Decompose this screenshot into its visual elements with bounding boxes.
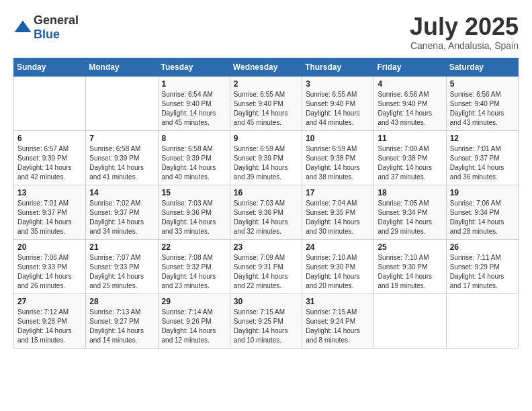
table-row: 5Sunrise: 6:56 AMSunset: 9:40 PMDaylight… (446, 76, 518, 130)
page-header: General Blue July 2025 Canena, Andalusia… (13, 13, 519, 51)
day-number: 14 (89, 188, 154, 197)
day-info: Sunrise: 7:08 AMSunset: 9:32 PMDaylight:… (162, 254, 216, 289)
day-info: Sunrise: 7:02 AMSunset: 9:37 PMDaylight:… (89, 199, 144, 235)
day-number: 17 (306, 188, 370, 197)
table-row (374, 293, 446, 348)
day-number: 31 (306, 297, 370, 306)
table-row: 13Sunrise: 7:01 AMSunset: 9:37 PMDayligh… (14, 185, 86, 239)
day-info: Sunrise: 7:01 AMSunset: 9:37 PMDaylight:… (17, 199, 72, 235)
calendar-table: Sunday Monday Tuesday Wednesday Thursday… (13, 58, 519, 349)
table-row: 8Sunrise: 6:58 AMSunset: 9:39 PMDaylight… (158, 130, 230, 185)
header-tuesday: Tuesday (158, 58, 230, 76)
day-info: Sunrise: 7:11 AMSunset: 9:29 PMDaylight:… (450, 254, 504, 289)
table-row: 29Sunrise: 7:14 AMSunset: 9:26 PMDayligh… (158, 293, 230, 348)
logo-blue: Blue (34, 28, 60, 41)
day-number: 25 (378, 242, 442, 252)
day-info: Sunrise: 6:55 AMSunset: 9:40 PMDaylight:… (234, 91, 288, 126)
table-row: 28Sunrise: 7:13 AMSunset: 9:27 PMDayligh… (86, 293, 158, 348)
day-number: 6 (17, 134, 82, 143)
day-info: Sunrise: 6:56 AMSunset: 9:40 PMDaylight:… (450, 91, 504, 126)
day-number: 12 (450, 134, 515, 143)
table-row: 27Sunrise: 7:12 AMSunset: 9:28 PMDayligh… (14, 293, 86, 348)
day-number: 15 (162, 188, 226, 197)
day-info: Sunrise: 7:03 AMSunset: 9:36 PMDaylight:… (234, 199, 288, 235)
table-row: 16Sunrise: 7:03 AMSunset: 9:36 PMDayligh… (230, 185, 302, 239)
day-number: 21 (89, 242, 154, 252)
day-info: Sunrise: 7:13 AMSunset: 9:27 PMDaylight:… (89, 308, 144, 344)
calendar-week-row: 1Sunrise: 6:54 AMSunset: 9:40 PMDaylight… (14, 76, 519, 130)
day-number: 4 (378, 79, 442, 89)
day-number: 8 (162, 134, 226, 143)
table-row: 2Sunrise: 6:55 AMSunset: 9:40 PMDaylight… (230, 76, 302, 130)
calendar-week-row: 6Sunrise: 6:57 AMSunset: 9:39 PMDaylight… (14, 130, 519, 185)
table-row (446, 293, 518, 348)
day-number: 24 (306, 242, 370, 252)
table-row: 25Sunrise: 7:10 AMSunset: 9:30 PMDayligh… (374, 239, 446, 293)
table-row: 21Sunrise: 7:07 AMSunset: 9:33 PMDayligh… (86, 239, 158, 293)
title-block: July 2025 Canena, Andalusia, Spain (410, 13, 519, 51)
day-info: Sunrise: 6:58 AMSunset: 9:39 PMDaylight:… (89, 145, 144, 181)
calendar-week-row: 13Sunrise: 7:01 AMSunset: 9:37 PMDayligh… (14, 185, 519, 239)
day-info: Sunrise: 6:55 AMSunset: 9:40 PMDaylight:… (306, 91, 360, 126)
table-row: 30Sunrise: 7:15 AMSunset: 9:25 PMDayligh… (230, 293, 302, 348)
day-info: Sunrise: 6:56 AMSunset: 9:40 PMDaylight:… (378, 91, 432, 126)
table-row: 15Sunrise: 7:03 AMSunset: 9:36 PMDayligh… (158, 185, 230, 239)
day-number: 19 (450, 188, 515, 197)
month-year-title: July 2025 (410, 13, 519, 40)
table-row (14, 76, 86, 130)
day-info: Sunrise: 6:58 AMSunset: 9:39 PMDaylight:… (162, 145, 216, 181)
day-info: Sunrise: 7:00 AMSunset: 9:38 PMDaylight:… (378, 145, 432, 181)
day-number: 16 (234, 188, 298, 197)
logo-icon (13, 18, 32, 37)
day-info: Sunrise: 7:10 AMSunset: 9:30 PMDaylight:… (378, 254, 432, 289)
day-info: Sunrise: 7:05 AMSunset: 9:34 PMDaylight:… (378, 199, 432, 235)
day-info: Sunrise: 7:15 AMSunset: 9:25 PMDaylight:… (234, 308, 288, 344)
calendar-week-row: 20Sunrise: 7:06 AMSunset: 9:33 PMDayligh… (14, 239, 519, 293)
header-friday: Friday (374, 58, 446, 76)
day-number: 13 (17, 188, 82, 197)
day-number: 26 (450, 242, 515, 252)
header-wednesday: Wednesday (230, 58, 302, 76)
day-info: Sunrise: 7:12 AMSunset: 9:28 PMDaylight:… (17, 308, 72, 344)
day-info: Sunrise: 6:59 AMSunset: 9:39 PMDaylight:… (234, 145, 288, 181)
day-number: 9 (234, 134, 298, 143)
calendar-week-row: 27Sunrise: 7:12 AMSunset: 9:28 PMDayligh… (14, 293, 519, 348)
day-info: Sunrise: 7:03 AMSunset: 9:36 PMDaylight:… (162, 199, 216, 235)
table-row: 31Sunrise: 7:15 AMSunset: 9:24 PMDayligh… (302, 293, 374, 348)
day-number: 18 (378, 188, 442, 197)
day-number: 7 (89, 134, 154, 143)
table-row: 23Sunrise: 7:09 AMSunset: 9:31 PMDayligh… (230, 239, 302, 293)
table-row: 1Sunrise: 6:54 AMSunset: 9:40 PMDaylight… (158, 76, 230, 130)
day-info: Sunrise: 7:01 AMSunset: 9:37 PMDaylight:… (450, 145, 504, 181)
header-monday: Monday (86, 58, 158, 76)
day-number: 1 (162, 79, 226, 89)
table-row: 7Sunrise: 6:58 AMSunset: 9:39 PMDaylight… (86, 130, 158, 185)
header-saturday: Saturday (446, 58, 518, 76)
table-row: 17Sunrise: 7:04 AMSunset: 9:35 PMDayligh… (302, 185, 374, 239)
day-number: 10 (306, 134, 370, 143)
table-row: 10Sunrise: 6:59 AMSunset: 9:38 PMDayligh… (302, 130, 374, 185)
day-number: 20 (17, 242, 82, 252)
day-info: Sunrise: 7:09 AMSunset: 9:31 PMDaylight:… (234, 254, 288, 289)
calendar-header-row: Sunday Monday Tuesday Wednesday Thursday… (14, 58, 519, 76)
table-row: 9Sunrise: 6:59 AMSunset: 9:39 PMDaylight… (230, 130, 302, 185)
table-row: 12Sunrise: 7:01 AMSunset: 9:37 PMDayligh… (446, 130, 518, 185)
day-number: 5 (450, 79, 515, 89)
table-row: 19Sunrise: 7:06 AMSunset: 9:34 PMDayligh… (446, 185, 518, 239)
day-number: 29 (162, 297, 226, 306)
day-info: Sunrise: 6:54 AMSunset: 9:40 PMDaylight:… (162, 91, 216, 126)
table-row: 14Sunrise: 7:02 AMSunset: 9:37 PMDayligh… (86, 185, 158, 239)
table-row: 6Sunrise: 6:57 AMSunset: 9:39 PMDaylight… (14, 130, 86, 185)
day-number: 23 (234, 242, 298, 252)
table-row: 11Sunrise: 7:00 AMSunset: 9:38 PMDayligh… (374, 130, 446, 185)
table-row: 22Sunrise: 7:08 AMSunset: 9:32 PMDayligh… (158, 239, 230, 293)
table-row: 24Sunrise: 7:10 AMSunset: 9:30 PMDayligh… (302, 239, 374, 293)
day-number: 22 (162, 242, 226, 252)
table-row: 3Sunrise: 6:55 AMSunset: 9:40 PMDaylight… (302, 76, 374, 130)
table-row: 26Sunrise: 7:11 AMSunset: 9:29 PMDayligh… (446, 239, 518, 293)
day-info: Sunrise: 7:06 AMSunset: 9:34 PMDaylight:… (450, 199, 504, 235)
svg-rect-1 (19, 28, 26, 32)
day-info: Sunrise: 7:14 AMSunset: 9:26 PMDaylight:… (162, 308, 216, 344)
day-number: 3 (306, 79, 370, 89)
day-number: 11 (378, 134, 442, 143)
